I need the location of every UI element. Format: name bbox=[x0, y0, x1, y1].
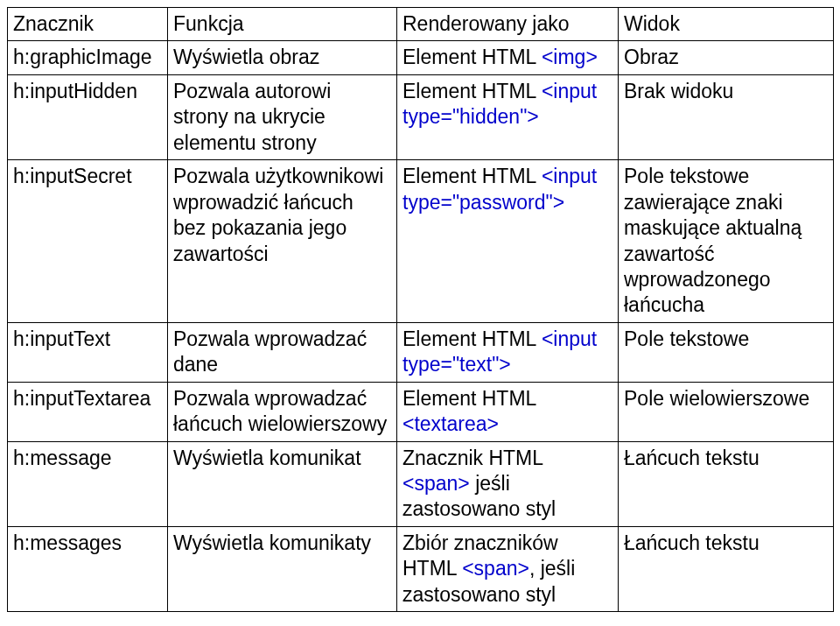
cell-view: Łańcuch tekstu bbox=[619, 441, 834, 526]
header-widok: Widok bbox=[619, 8, 834, 41]
table-row: h:inputHidden Pozwala autorowi strony na… bbox=[8, 74, 834, 159]
rendered-plain: Element HTML bbox=[402, 387, 536, 410]
cell-rendered: Element HTML <input type="password"> bbox=[397, 160, 619, 323]
rendered-plain: Element HTML bbox=[402, 80, 542, 102]
cell-view: Łańcuch tekstu bbox=[619, 526, 834, 611]
table-header-row: Znacznik Funkcja Renderowany jako Widok bbox=[8, 8, 834, 41]
cell-rendered: Element HTML <input type="hidden"> bbox=[397, 74, 619, 159]
header-renderowany: Renderowany jako bbox=[397, 8, 619, 41]
table-row: h:inputTextarea Pozwala wprowadzać łańcu… bbox=[8, 382, 834, 441]
cell-func: Pozwala użytkownikowi wprowadzić łańcuch… bbox=[168, 160, 397, 323]
cell-tag: h:inputTextarea bbox=[8, 382, 168, 441]
cell-view: Pole wielowierszowe bbox=[619, 382, 834, 441]
cell-view: Pole tekstowe zawierające znaki maskując… bbox=[619, 160, 834, 323]
cell-func: Wyświetla obraz bbox=[168, 41, 397, 74]
cell-tag: h:messages bbox=[8, 526, 168, 611]
jsf-tags-table: Znacznik Funkcja Renderowany jako Widok … bbox=[7, 7, 834, 612]
cell-func: Wyświetla komunikat bbox=[168, 441, 397, 526]
cell-tag: h:graphicImage bbox=[8, 41, 168, 74]
cell-view: Brak widoku bbox=[619, 74, 834, 159]
rendered-code: <span> bbox=[462, 557, 529, 580]
cell-view: Obraz bbox=[619, 41, 834, 74]
cell-rendered: Element HTML <input type="text"> bbox=[397, 322, 619, 382]
cell-tag: h:inputHidden bbox=[8, 74, 168, 159]
cell-func: Wyświetla komunikaty bbox=[168, 526, 397, 611]
rendered-plain: Element HTML bbox=[402, 327, 542, 350]
rendered-plain: Element HTML bbox=[402, 46, 542, 68]
header-znacznik: Znacznik bbox=[8, 8, 168, 41]
cell-func: Pozwala wprowadzać łańcuch wielowierszow… bbox=[168, 382, 397, 441]
rendered-plain-a: Znacznik HTML bbox=[402, 447, 542, 469]
cell-tag: h:message bbox=[8, 441, 168, 526]
rendered-code: <img> bbox=[542, 46, 598, 68]
cell-rendered: Zbiór znaczników HTML <span>, jeśli zast… bbox=[397, 526, 619, 611]
cell-tag: h:inputSecret bbox=[8, 160, 168, 323]
cell-rendered: Znacznik HTML <span> jeśli zastosowano s… bbox=[397, 441, 619, 526]
table-row: h:message Wyświetla komunikat Znacznik H… bbox=[8, 441, 834, 526]
rendered-plain: Element HTML bbox=[402, 165, 542, 187]
table-row: h:messages Wyświetla komunikaty Zbiór zn… bbox=[8, 526, 834, 611]
table-row: h:inputText Pozwala wprowadzać dane Elem… bbox=[8, 322, 834, 382]
cell-rendered: Element HTML <img> bbox=[397, 41, 619, 74]
rendered-code: <textarea> bbox=[402, 412, 499, 435]
header-funkcja: Funkcja bbox=[168, 8, 397, 41]
cell-func: Pozwala autorowi strony na ukrycie eleme… bbox=[168, 74, 397, 159]
table-row: h:graphicImage Wyświetla obraz Element H… bbox=[8, 41, 834, 74]
cell-view: Pole tekstowe bbox=[619, 322, 834, 382]
cell-tag: h:inputText bbox=[8, 322, 168, 382]
table-row: h:inputSecret Pozwala użytkownikowi wpro… bbox=[8, 160, 834, 323]
rendered-code: <span> bbox=[402, 472, 470, 495]
cell-rendered: Element HTML <textarea> bbox=[397, 382, 619, 441]
cell-func: Pozwala wprowadzać dane bbox=[168, 322, 397, 382]
